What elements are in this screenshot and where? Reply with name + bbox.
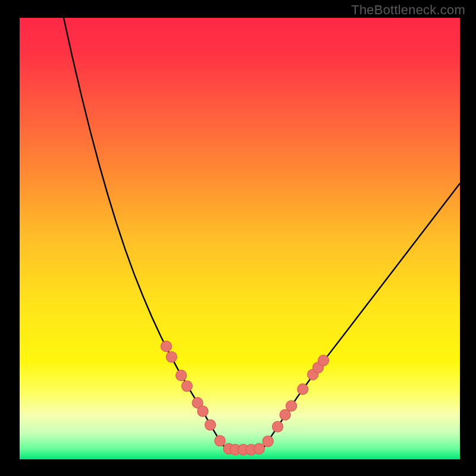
data-point — [254, 443, 265, 454]
data-point — [161, 341, 171, 352]
bottleneck-chart — [0, 0, 476, 476]
data-point — [176, 370, 187, 381]
frame-bottom — [0, 459, 476, 476]
data-point — [205, 419, 215, 430]
data-point — [298, 384, 308, 394]
data-point — [273, 421, 283, 432]
frame-left — [0, 0, 20, 476]
data-point — [198, 406, 208, 416]
data-point — [286, 400, 297, 411]
data-point — [262, 436, 273, 447]
data-point — [318, 355, 329, 366]
gradient-background — [20, 18, 460, 459]
data-point — [166, 352, 177, 362]
data-point — [181, 381, 192, 392]
data-point — [215, 436, 226, 446]
frame-right — [460, 0, 476, 476]
chart-stage: TheBottleneck.com — [0, 0, 476, 476]
watermark-text: TheBottleneck.com — [351, 2, 465, 18]
